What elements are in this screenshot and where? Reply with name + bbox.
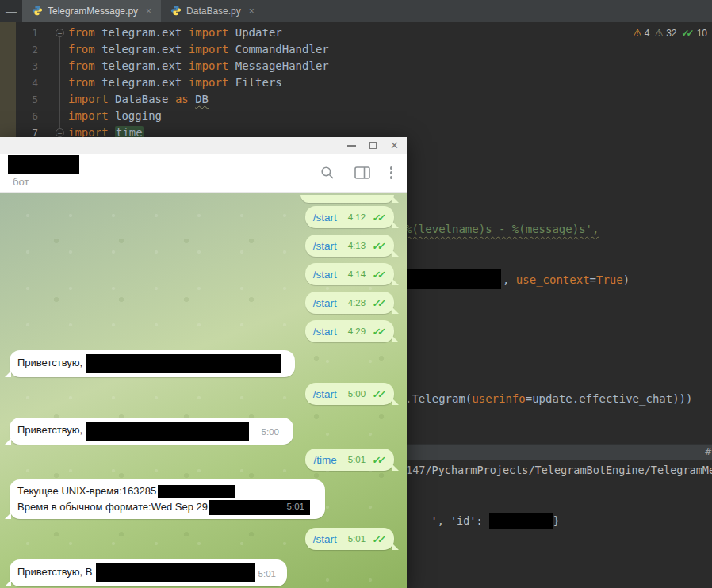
code-token	[189, 93, 195, 105]
console-output-id: ', 'id': }	[405, 500, 560, 542]
chat-title-redaction	[8, 155, 79, 174]
outgoing-message: /start5:01✓✓	[305, 528, 394, 550]
python-icon	[170, 5, 182, 18]
chat-subtitle: бот	[13, 176, 29, 188]
tab-close-icon[interactable]: ×	[249, 6, 255, 17]
code-token: userinfo	[472, 392, 525, 405]
ok-icon: ✓✓	[682, 28, 695, 39]
minimize-icon[interactable]	[347, 145, 356, 147]
fold-icon[interactable]: –	[56, 29, 64, 37]
code-token: logging	[109, 109, 162, 122]
code-line: from telegram.ext import MessageHandler	[68, 58, 329, 74]
code-token: telegram.ext	[95, 76, 189, 89]
console-settings-icon[interactable]: #	[705, 445, 711, 457]
outgoing-message: /start4:13✓✓	[305, 235, 394, 257]
incoming-message: Приветствую,	[10, 350, 295, 377]
message-text: Приветствую,	[17, 357, 82, 368]
sidebar-toggle-icon[interactable]	[354, 166, 370, 179]
weak-warning-icon: ⚠	[655, 27, 664, 39]
chat-message-area[interactable]: /start4:12✓✓/start4:13✓✓/start4:14✓✓/sta…	[0, 193, 407, 588]
code-token: =update.effective_chat)))	[526, 392, 693, 405]
code-token: import	[189, 43, 229, 55]
redaction	[158, 485, 235, 498]
code-fragment-telegram-call: .Telegram(userinfo=update.effective_chat…	[405, 392, 692, 405]
code-token: import	[68, 93, 109, 105]
warning-icon: ⚠	[633, 27, 642, 39]
tab-label: DataBase.py	[186, 6, 241, 17]
telegram-window: ✕ бот /start4:12✓✓/start4:13✓✓/start4:14…	[0, 137, 407, 588]
message-text-line2: Время в обычном формате:Wed Sep 29	[17, 499, 317, 515]
incoming-message: Приветствую,5:00	[10, 418, 293, 445]
line-number: 2	[0, 41, 38, 58]
bot-command-link[interactable]: /start	[313, 533, 337, 545]
code-token: CommandHandler	[228, 43, 328, 55]
redaction	[86, 422, 249, 441]
message-time: 5:00	[262, 424, 279, 440]
message-time: 4:29	[348, 326, 366, 336]
outgoing-message: /start4:29✓✓	[305, 320, 394, 342]
fold-icon[interactable]: –	[56, 128, 64, 137]
line-number: 1	[0, 25, 38, 41]
message-time: 4:28	[348, 298, 366, 307]
code-token: ,	[503, 273, 516, 286]
code-token: Filters	[228, 76, 281, 89]
screenshot-root: — TelegramMessage.py×DataBase.py× 1–from…	[0, 0, 712, 588]
read-checks-icon: ✓✓	[372, 212, 387, 223]
tab-telegrammessage-py[interactable]: TelegramMessage.py×	[22, 0, 161, 22]
code-token: Updater	[228, 26, 281, 39]
inspection-count: 32	[666, 28, 676, 39]
code-token: import	[189, 59, 229, 72]
inspection-weak-warning[interactable]: ⚠32	[655, 27, 677, 39]
bot-command-link[interactable]: /time	[313, 454, 336, 466]
code-line: from telegram.ext import Updater	[68, 25, 282, 41]
console-id-prefix: ', 'id':	[431, 514, 489, 527]
telegram-titlebar[interactable]: ✕	[0, 137, 407, 154]
search-icon[interactable]	[320, 166, 335, 180]
incoming-message: Приветствую, В5:01	[10, 559, 287, 586]
read-checks-icon: ✓✓	[372, 533, 387, 545]
message-text: Приветствую, В	[17, 566, 92, 578]
code-token: telegram.ext	[95, 59, 189, 72]
code-token: from	[68, 76, 95, 89]
code-token: from	[68, 26, 95, 39]
message-text-line1: Текущее UNIX-время:163285	[17, 483, 317, 499]
editor-tab-bar: — TelegramMessage.py×DataBase.py×	[0, 0, 712, 22]
bot-command-link[interactable]: /start	[313, 212, 337, 223]
line-number: 5	[0, 91, 38, 108]
maximize-icon[interactable]	[369, 142, 377, 149]
bot-command-link[interactable]: /start	[313, 269, 337, 281]
code-token: =	[590, 273, 596, 286]
code-token: as	[175, 93, 189, 105]
read-checks-icon: ✓✓	[372, 388, 387, 400]
message-time: 5:00	[348, 389, 366, 399]
message-time: 5:01	[348, 534, 366, 544]
redaction	[86, 354, 281, 373]
python-icon	[32, 5, 43, 18]
menu-dots-icon[interactable]	[390, 166, 393, 179]
bot-command-link[interactable]: /start	[313, 240, 337, 252]
bot-command-link[interactable]: /start	[313, 297, 337, 309]
bot-command-link[interactable]: /start	[313, 388, 337, 400]
redaction	[404, 269, 501, 289]
outgoing-message: /start4:12✓✓	[305, 206, 394, 228]
code-fragment-logformat: %(levelname)s - %(message)s',	[405, 223, 599, 235]
inspection-count: 10	[697, 28, 707, 39]
tab-label: TelegramMessage.py	[48, 6, 138, 17]
main-menu-button[interactable]: —	[0, 0, 22, 22]
inspection-ok[interactable]: ✓✓10	[682, 28, 707, 39]
tab-close-icon[interactable]: ×	[146, 6, 151, 17]
inspections-widget[interactable]: ⚠4⚠32✓✓10	[633, 27, 707, 39]
code-token: DB	[195, 93, 209, 105]
line-number: 3	[0, 58, 38, 74]
code-line: from telegram.ext import Filters	[68, 74, 282, 91]
chat-header[interactable]: бот	[0, 154, 407, 193]
outgoing-message: /time5:01✓✓	[305, 449, 394, 471]
code-token: import	[68, 109, 109, 122]
message-time: 4:14	[348, 269, 366, 279]
inspection-warning[interactable]: ⚠4	[633, 27, 649, 39]
bot-command-link[interactable]: /start	[313, 326, 337, 338]
line-number: 4	[0, 74, 38, 91]
tab-database-py[interactable]: DataBase.py×	[161, 0, 264, 22]
code-line: import logging	[68, 108, 162, 124]
close-icon[interactable]: ✕	[390, 140, 399, 151]
